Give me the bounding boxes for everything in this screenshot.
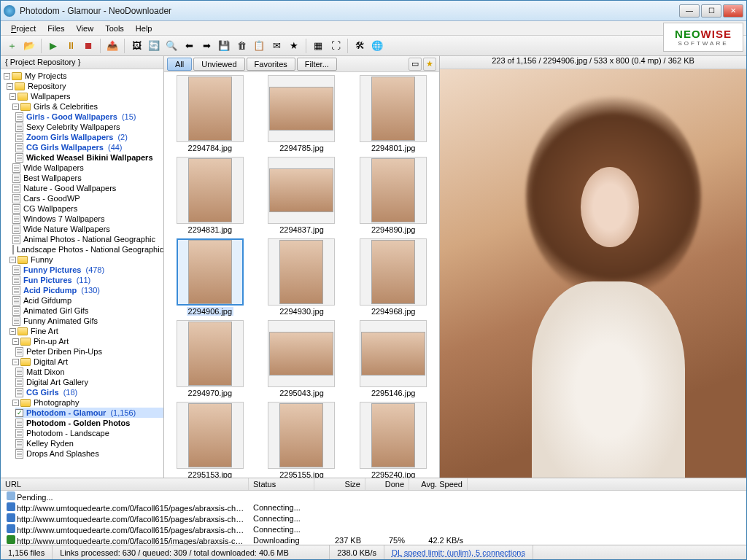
image-delete-icon[interactable]: 🗑	[233, 38, 249, 54]
menu-tools[interactable]: Tools	[99, 23, 130, 34]
tree-item[interactable]: Funny Animated Gifs	[12, 316, 163, 326]
thumbnail[interactable]: 2294970.jpg	[167, 320, 253, 397]
star-icon[interactable]: ★	[423, 58, 436, 71]
thumbnail-grid[interactable]: 2294784.jpg2294785.jpg2294801.jpg2294831…	[164, 72, 439, 478]
collapse-icon[interactable]: −	[4, 73, 10, 79]
collapse-icon[interactable]: −	[9, 257, 16, 263]
status-speed-limit[interactable]: DL speed limit: (unlim), 5 connections	[384, 545, 533, 559]
image-search-icon[interactable]: 🔍	[163, 38, 179, 54]
pause-icon[interactable]: ⏸	[63, 38, 79, 54]
downloads-list[interactable]: Pending... http://www.umtoquedearte.com/…	[1, 491, 746, 545]
thumbnail[interactable]: 2295146.jpg	[350, 320, 436, 397]
image-fav-icon[interactable]: ★	[286, 38, 302, 54]
collapse-icon[interactable]: −	[9, 328, 16, 335]
thumbnail[interactable]: 2295153.jpg	[167, 402, 253, 478]
titlebar[interactable]: Photodom - Glamour - NeoDownloader — ☐ ✕	[1, 1, 746, 21]
thumbnail[interactable]: 2294930.jpg	[259, 238, 345, 316]
thumbnail[interactable]: 2294785.jpg	[259, 75, 345, 152]
close-button[interactable]: ✕	[723, 4, 743, 18]
tree-item[interactable]: Acid Picdump(130)	[12, 285, 163, 295]
download-row[interactable]: http://www.umtoquedearte.com/0/facoll615…	[1, 534, 746, 545]
thumbnail[interactable]: 2295043.jpg	[259, 320, 345, 397]
filter-all[interactable]: All	[167, 58, 192, 71]
tree-item[interactable]: Photodom - Golden Photos	[15, 418, 163, 428]
view-fullscreen-icon[interactable]: ⛶	[328, 38, 344, 54]
tree-item[interactable]: Wide Wallpapers	[12, 163, 163, 173]
tree-item[interactable]: Zoom Girls Wallpapers(2)	[15, 132, 163, 142]
menu-help[interactable]: Help	[130, 23, 158, 34]
sort-icon[interactable]: ▭	[409, 58, 422, 71]
thumbnail[interactable]: 2294831.jpg	[167, 157, 253, 234]
download-row[interactable]: http://www.umtoquedearte.com/0/facoll615…	[1, 513, 746, 524]
tree-item[interactable]: Cars - GoodWP	[12, 193, 163, 203]
collapse-icon[interactable]: −	[7, 83, 13, 90]
image-prev-icon[interactable]: ⬅	[181, 38, 197, 54]
image-copy-icon[interactable]: 📋	[251, 38, 267, 54]
tree-item[interactable]: Windows 7 Wallpapers	[12, 214, 163, 224]
thumbnail[interactable]: 2294890.jpg	[350, 157, 436, 234]
download-row[interactable]: http://www.umtoquedearte.com/0/facoll615…	[1, 502, 746, 513]
download-row[interactable]: http://www.umtoquedearte.com/0/facoll615…	[1, 524, 746, 534]
image-mail-icon[interactable]: ✉	[268, 38, 285, 54]
tree-item[interactable]: Funny Pictures(478)	[12, 265, 163, 275]
tree-item[interactable]: Wide Nature Wallpapers	[12, 224, 163, 234]
tree-item[interactable]: Acid Gifdump	[12, 295, 163, 306]
image-next-icon[interactable]: ➡	[198, 38, 214, 54]
minimize-button[interactable]: —	[679, 4, 700, 18]
menu-project[interactable]: Project	[5, 23, 42, 34]
menu-files[interactable]: Files	[42, 23, 70, 34]
tree-item[interactable]: Digital Art Gallery	[15, 377, 163, 387]
collapse-icon[interactable]: −	[9, 93, 16, 100]
tree-item[interactable]: Peter Driben Pin-Ups	[15, 346, 163, 357]
thumbnail[interactable]: 2294784.jpg	[167, 75, 253, 152]
settings-icon[interactable]: 🛠	[352, 38, 368, 54]
filter-custom[interactable]: Filter...	[297, 58, 337, 71]
tree-item[interactable]: Drops And Splashes	[15, 448, 163, 459]
web-icon[interactable]: 🌐	[369, 38, 385, 54]
col-size[interactable]: Size	[314, 478, 365, 490]
new-project-icon[interactable]: ＋	[4, 38, 20, 54]
filter-favorites[interactable]: Favorites	[247, 58, 295, 71]
col-speed[interactable]: Avg. Speed	[409, 478, 468, 490]
tree-item[interactable]: Girls - Good Wallpapers(15)	[15, 112, 163, 122]
thumbnail[interactable]: 2295240.jpg	[350, 402, 436, 478]
view-thumbs-icon[interactable]: ▦	[310, 38, 326, 54]
filter-unviewed[interactable]: Unviewed	[193, 58, 244, 71]
neowise-logo[interactable]: NEOWISE SOFTWARE	[663, 23, 743, 52]
col-status[interactable]: Status	[249, 478, 314, 490]
collapse-icon[interactable]: −	[12, 104, 19, 110]
image-save-icon[interactable]: 💾	[216, 38, 232, 54]
thumbnail[interactable]: 2295155.jpg	[259, 402, 345, 478]
thumbnail[interactable]: 2294801.jpg	[350, 75, 436, 152]
tree-item[interactable]: Landscape Photos - National Geographic	[12, 244, 163, 254]
collapse-icon[interactable]: −	[12, 338, 19, 345]
tree-item[interactable]: Animated Girl Gifs	[12, 306, 163, 316]
tree-item[interactable]: Fun Pictures(11)	[12, 275, 163, 285]
stop-icon[interactable]: ⏹	[80, 38, 96, 54]
maximize-button[interactable]: ☐	[701, 4, 721, 18]
image-refresh-icon[interactable]: 🔄	[146, 38, 162, 54]
image-add-icon[interactable]: 🖼	[128, 38, 144, 54]
tree-item[interactable]: Wicked Weasel Bikini Wallpapers	[15, 152, 163, 163]
preview-image[interactable]	[440, 69, 746, 478]
tree-item[interactable]: Sexy Celebrity Wallpapers	[15, 122, 163, 132]
tree-item[interactable]: Matt Dixon	[15, 367, 163, 377]
play-icon[interactable]: ▶	[45, 38, 61, 54]
export-icon[interactable]: 📤	[104, 38, 120, 54]
thumbnail[interactable]: 2294837.jpg	[259, 157, 345, 234]
tree-item[interactable]: Animal Photos - National Geographic	[12, 234, 163, 244]
col-url[interactable]: URL	[1, 478, 249, 490]
project-tree[interactable]: −My Projects −Repository −Wallpapers −Gi…	[1, 69, 163, 478]
collapse-icon[interactable]: −	[12, 359, 19, 365]
tree-item[interactable]: CG Wallpapers	[12, 203, 163, 214]
open-project-icon[interactable]: 📂	[21, 38, 37, 54]
menu-view[interactable]: View	[70, 23, 99, 34]
tree-item[interactable]: Kelley Ryden	[15, 438, 163, 448]
col-done[interactable]: Done	[365, 478, 409, 490]
collapse-icon[interactable]: −	[12, 400, 19, 406]
tree-item[interactable]: CG Girls Wallpapers(44)	[15, 142, 163, 152]
tree-item[interactable]: CG Girls(18)	[15, 387, 163, 397]
thumbnail[interactable]: 2294906.jpg	[167, 238, 253, 316]
tree-item[interactable]: Photodom - Landscape	[15, 428, 163, 438]
tree-item[interactable]: Best Wallpapers	[12, 173, 163, 183]
